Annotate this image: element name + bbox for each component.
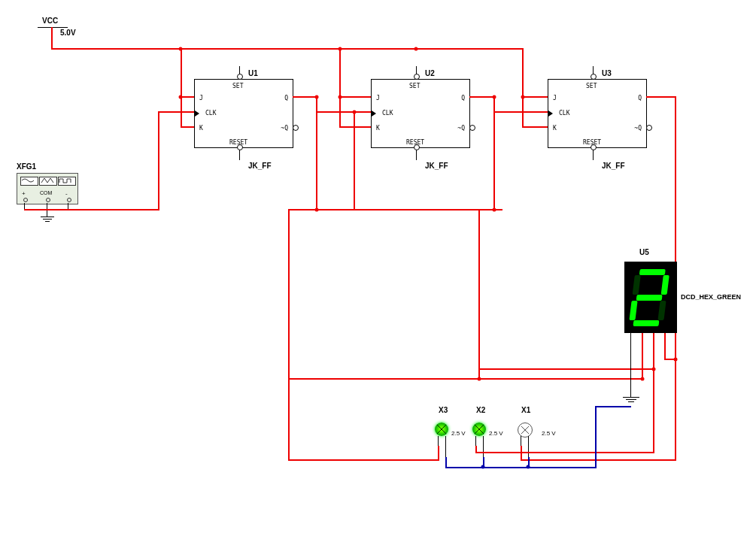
vcc-bar — [38, 27, 68, 28]
x1-ref: X1 — [521, 406, 530, 414]
seven-segment-display[interactable] — [624, 262, 677, 333]
wire-vcc-u1j — [181, 48, 182, 96]
x3-volt: 2.5 V — [451, 430, 466, 437]
xfg-minus-pin — [68, 203, 68, 209]
wire-u2q-h — [469, 96, 495, 98]
u3-type: JK_FF — [602, 162, 625, 170]
node-vcc-u1 — [179, 47, 183, 51]
svg-rect-0 — [639, 269, 666, 275]
wire-u1k-stub — [181, 126, 194, 128]
xfg1-ref: XFG1 — [17, 162, 36, 171]
flipflop-u1[interactable]: SET RESET J CLK K Q ~Q — [194, 79, 293, 148]
node-u1j — [179, 95, 183, 99]
node-u1q — [315, 95, 319, 99]
probe-x3[interactable] — [435, 422, 448, 436]
wire-xfg-clk-v — [158, 111, 159, 210]
u5-type: DCD_HEX_GREEN — [681, 293, 741, 301]
wire-u2q-u3clk — [493, 111, 548, 113]
u5-ref: U5 — [639, 248, 649, 256]
svg-rect-1 — [661, 275, 669, 295]
svg-rect-6 — [657, 301, 666, 320]
wire-u3q-h — [646, 96, 676, 98]
vcc-value: 5.0V — [60, 29, 76, 37]
x3-ref: X3 — [439, 406, 448, 414]
svg-rect-5 — [633, 275, 641, 295]
x2-ref: X2 — [476, 406, 485, 414]
x1-volt: 2.5 V — [542, 430, 556, 437]
flipflop-u2[interactable]: SET RESET J CLK K Q ~Q — [371, 79, 470, 148]
function-generator[interactable]: + COM - — [17, 173, 78, 204]
wire-vcc-down — [51, 27, 53, 48]
svg-rect-3 — [629, 301, 637, 320]
wire-vcc-h1 — [51, 48, 181, 50]
flipflop-u3[interactable]: SET RESET J CLK K Q ~Q — [548, 79, 647, 148]
u1-type: JK_FF — [248, 162, 272, 170]
xfg-plus-pin — [24, 203, 25, 209]
svg-rect-2 — [636, 295, 663, 301]
wire-u1q-h — [293, 96, 317, 98]
x2-volt: 2.5 V — [489, 430, 503, 437]
wire-u1j-stub — [181, 96, 194, 98]
u3-ref: U3 — [602, 69, 612, 77]
wire-xfg-clk-h — [24, 209, 158, 210]
svg-rect-4 — [633, 320, 659, 326]
wire-u1q-u2clk — [316, 111, 371, 113]
probe-x1[interactable] — [518, 422, 533, 438]
u2-ref: U2 — [425, 69, 435, 77]
u1-ref: U1 — [248, 69, 258, 77]
xfg-com-pin — [47, 203, 47, 209]
vcc-label: VCC — [42, 17, 58, 25]
wire-u1q-v — [316, 96, 317, 209]
wire-clk-u1 — [158, 111, 194, 113]
u2-type: JK_FF — [425, 162, 448, 170]
probe-x2[interactable] — [472, 422, 486, 436]
